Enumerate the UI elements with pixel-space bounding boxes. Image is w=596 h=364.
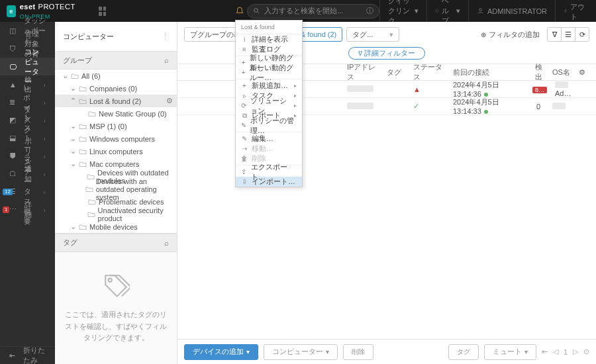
topbar: e eset PROTECT ON-PREM 入力すると検索を開始... ⓘ ク… xyxy=(0,0,596,22)
col-tag[interactable]: タグ xyxy=(383,68,409,77)
context-menu-title: Lost & found xyxy=(236,21,302,34)
quicklinks-menu[interactable]: クイックリンク ▾ xyxy=(379,0,426,22)
context-menu-item[interactable]: ⇩インポート… xyxy=(236,177,302,187)
next-page-icon[interactable]: ▷ xyxy=(573,347,578,356)
computer-button[interactable]: コンピューター ▾ xyxy=(264,344,338,360)
nav-item[interactable]: 🖵コンピューター xyxy=(0,58,55,75)
logout-button[interactable]: ログアウト> 時分 xyxy=(555,0,596,22)
sidenav: ◫ダッシュボード⛉管理対象の脅害🖵コンピューター▲検出›≣レポート›◩タスク›⬓… xyxy=(0,22,55,364)
prev-page-icon[interactable]: ◁ xyxy=(553,347,558,356)
tree-node[interactable]: ⌄All (6) xyxy=(55,69,177,82)
tree-node[interactable]: Unactivated security product xyxy=(55,208,177,220)
group-tree: ⌄All (6)⌄Companies (0)⌃Lost & found (2)⚙… xyxy=(55,69,177,233)
tag-button[interactable]: タグ xyxy=(448,344,479,360)
context-menu-item[interactable]: ⟳ソリューション▸ xyxy=(236,101,302,111)
page-title: コンピューター⋮ xyxy=(55,22,177,51)
groups-panel: コンピューター⋮ グループ⌕ ⌄All (6)⌄Companies (0)⌃Lo… xyxy=(55,22,177,364)
help-icon[interactable]: ⓘ xyxy=(366,6,373,16)
tag-filter[interactable]: タグ...▾ xyxy=(346,27,399,42)
search-icon[interactable]: ⌕ xyxy=(164,239,169,247)
tree-node[interactable]: ⌄Windows computers xyxy=(55,132,177,145)
context-menu-item: ⇢移動… xyxy=(236,144,302,154)
nav-item[interactable]: 12☰ステータス概要› xyxy=(0,183,55,201)
svg-point-1 xyxy=(436,9,438,12)
tags-header: タグ⌕ xyxy=(55,234,177,252)
context-menu-item[interactable]: +新しい動的グルー… xyxy=(236,68,302,77)
refresh-icon[interactable]: ⟳ xyxy=(575,27,589,42)
add-device-button[interactable]: デバイスの追加 ▾ xyxy=(184,344,258,360)
context-menu: Lost & found i詳細を表示≡監査ログ+新しい静的グルー…+新しい動的… xyxy=(235,20,303,187)
nav-item[interactable]: 1⋯詳細› xyxy=(0,201,55,218)
detail-filter-link[interactable]: ∇ 詳細フィルター xyxy=(348,47,425,60)
info-icon[interactable]: ⊙ xyxy=(583,347,589,356)
footer-bar: デバイスの追加 ▾ コンピューター ▾ 削除 タグ ミュート ▾ ⇤ ◁ 1 ▷… xyxy=(177,339,596,364)
tree-node[interactable]: ⌄Mobile devices xyxy=(55,220,177,233)
svg-point-0 xyxy=(254,9,258,13)
preset-icon[interactable]: ☰ xyxy=(561,27,575,42)
tree-node[interactable]: New Static Group (0) xyxy=(55,107,177,120)
bell-icon[interactable] xyxy=(232,7,247,16)
col-os[interactable]: OS名 xyxy=(548,68,575,77)
mute-button[interactable]: ミュート ▾ xyxy=(484,344,536,360)
tree-node[interactable]: Devices with an outdated operating syste… xyxy=(55,183,177,195)
context-menu-item[interactable]: ✎ポリシーの管理… xyxy=(236,120,302,130)
help-menu[interactable]: ヘルプ ▾ xyxy=(426,0,468,22)
gear-icon[interactable]: ⚙ xyxy=(166,97,173,105)
apps-icon[interactable] xyxy=(99,7,106,16)
col-ip[interactable]: IPアドレス xyxy=(343,62,383,82)
tag-icon xyxy=(102,272,130,300)
search-input[interactable]: 入力すると検索を開始... ⓘ xyxy=(247,4,379,19)
tree-node[interactable]: ⌄Companies (0) xyxy=(55,82,177,95)
search-icon[interactable]: ⌕ xyxy=(164,56,169,64)
col-last[interactable]: 前回の接続 xyxy=(449,68,528,77)
context-menu-item[interactable]: i詳細を表示 xyxy=(236,34,302,44)
gear-icon[interactable]: ⚙ xyxy=(575,68,589,77)
tree-node[interactable]: ⌄MSP (1) (0) xyxy=(55,120,177,132)
context-menu-item[interactable]: ⇪エクスポート… xyxy=(236,167,302,177)
svg-point-3 xyxy=(109,278,112,281)
add-filter-button[interactable]: ⊕ フィルタの追加 xyxy=(481,30,540,40)
tree-node[interactable]: ⌄Linux computers xyxy=(55,145,177,158)
filter-icon[interactable]: ∇ xyxy=(547,27,562,42)
tree-node[interactable]: ⌃Lost & found (2)⚙ xyxy=(55,95,177,107)
logo: e eset PROTECT ON-PREM xyxy=(0,2,93,21)
col-alerts[interactable]: 検出 xyxy=(528,62,548,82)
page-number: 1 xyxy=(564,348,568,356)
user-menu[interactable]: ADMINISTRATOR xyxy=(468,0,555,22)
col-status[interactable]: ステータス xyxy=(409,62,449,82)
tags-empty: ここでは、適用されたタグのリストを確認し、すばやくフィルタリングできます。 xyxy=(55,252,177,364)
brand-icon: e xyxy=(7,5,16,17)
svg-point-2 xyxy=(479,9,482,11)
search-icon xyxy=(253,7,260,15)
collapse-button[interactable]: ⇤折りたたみ xyxy=(0,346,55,364)
first-page-icon[interactable]: ⇤ xyxy=(542,347,548,356)
groups-header: グループ⌕ xyxy=(55,51,177,69)
more-icon[interactable]: ⋮ xyxy=(162,32,169,41)
delete-button[interactable]: 削除 xyxy=(343,344,373,360)
